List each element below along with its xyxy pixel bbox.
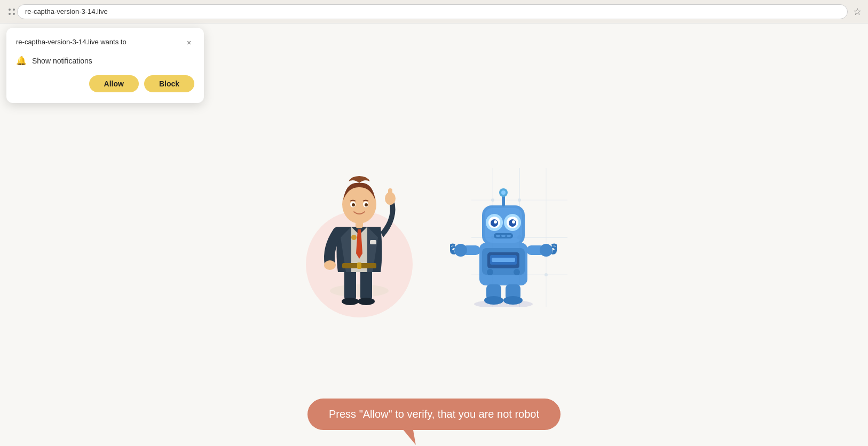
popup-header: re-captha-version-3-14.live wants to × [16, 37, 194, 48]
svg-point-29 [491, 198, 494, 202]
svg-point-13 [324, 260, 336, 270]
man-svg [301, 147, 418, 312]
svg-point-0 [9, 9, 11, 11]
svg-point-1 [13, 9, 15, 11]
businessman-illustration [301, 147, 418, 317]
svg-point-19 [365, 203, 368, 206]
browser-bar: re-captha-version-3-14.live ☆ [0, 0, 868, 23]
permission-popup: re-captha-version-3-14.live wants to × 🔔… [6, 28, 204, 103]
notification-row: 🔔 Show notifications [16, 55, 194, 66]
address-bar[interactable]: re-captha-version-3-14.live [17, 4, 848, 19]
illustration-container [301, 147, 567, 317]
speech-bubble: Press "Allow" to verify, that you are no… [307, 399, 561, 430]
svg-point-2 [9, 13, 11, 15]
popup-buttons: Allow Block [16, 75, 194, 92]
notification-label: Show notifications [32, 57, 92, 65]
svg-point-30 [545, 273, 548, 276]
bell-icon: 🔔 [16, 55, 27, 66]
svg-point-7 [342, 298, 359, 305]
svg-point-4 [330, 284, 389, 297]
svg-point-18 [352, 203, 355, 206]
svg-point-28 [517, 235, 522, 240]
block-button[interactable]: Block [144, 75, 194, 92]
svg-point-8 [358, 298, 375, 305]
svg-point-32 [491, 236, 494, 239]
close-button[interactable]: × [184, 37, 194, 48]
bookmark-icon[interactable]: ☆ [853, 6, 862, 18]
circuit-bg-svg [471, 168, 567, 307]
svg-point-63 [454, 244, 467, 257]
allow-button[interactable]: Allow [89, 75, 139, 92]
svg-point-31 [518, 198, 521, 202]
tab-icon [6, 6, 17, 17]
svg-point-10 [351, 235, 357, 240]
robot-illustration [450, 168, 567, 317]
speech-text: Press "Allow" to verify, that you are no… [329, 408, 539, 420]
popup-title: re-captha-version-3-14.live wants to [16, 37, 127, 47]
svg-rect-12 [388, 188, 392, 199]
svg-rect-21 [357, 262, 361, 269]
url-text: re-captha-version-3-14.live [25, 7, 108, 15]
svg-rect-9 [370, 240, 376, 244]
svg-point-3 [13, 13, 15, 15]
